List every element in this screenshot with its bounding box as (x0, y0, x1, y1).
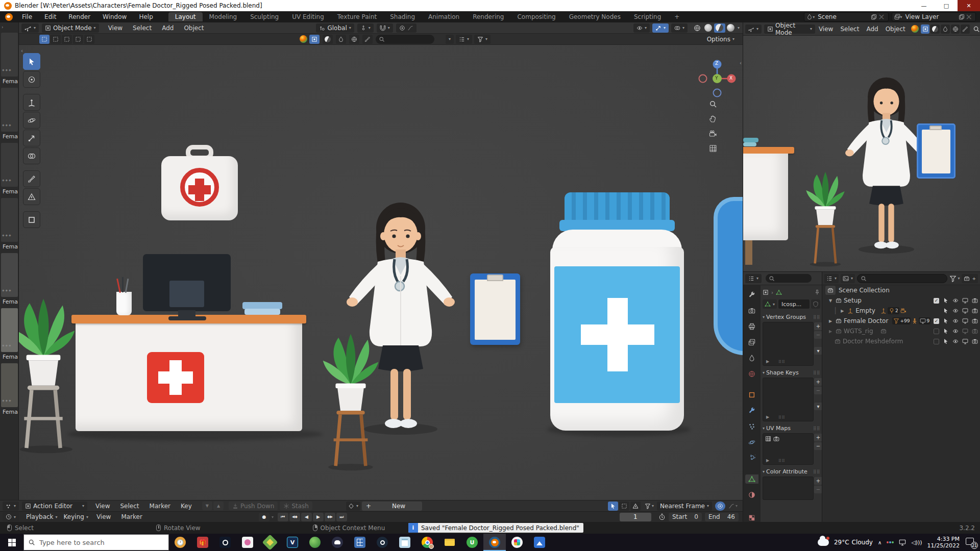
tab-uv-editing[interactable]: UV Editing (285, 12, 331, 21)
tab-object-data[interactable] (745, 474, 758, 484)
selectable-icon[interactable] (943, 338, 949, 344)
open-sidebar-arrow[interactable]: ‹ (740, 60, 742, 66)
dope-menu-select[interactable]: Select (115, 503, 144, 510)
shape-key-specials-button[interactable]: ▾ (814, 403, 822, 410)
viewport-menu-select[interactable]: Select (128, 24, 157, 32)
tool-select-box[interactable] (23, 53, 40, 70)
scene-unlink-icon[interactable]: ✕ (877, 12, 886, 22)
secondary-viewport[interactable]: ▾ Object Mode▾ View Select Add Object (743, 22, 980, 271)
select-mode-extend[interactable] (51, 35, 61, 44)
view-layer-remove-icon[interactable]: ✕ (965, 12, 973, 22)
datablock-type-dropdown[interactable]: ▾ (763, 299, 777, 309)
move-action-up-button[interactable]: ▲ (213, 502, 224, 510)
viewport-disable-icon[interactable] (962, 308, 968, 314)
selectable-icon[interactable] (943, 328, 949, 334)
blender-taskbar-icon[interactable] (483, 534, 506, 551)
expand-region-arrow[interactable]: › (0, 22, 18, 30)
asset-item[interactable]: Fema (1, 143, 18, 195)
tool-move[interactable] (23, 94, 40, 111)
play-button[interactable]: ▶ (313, 513, 324, 521)
tool-rotate[interactable] (23, 112, 40, 129)
viewport-menu-add[interactable]: Add (157, 24, 179, 32)
uv-maps-list[interactable]: + − ▶ ⠿⠿ (763, 433, 814, 465)
tab-tool[interactable] (745, 290, 758, 299)
layers-app-icon[interactable] (259, 534, 281, 551)
photos-app-icon[interactable] (528, 534, 551, 551)
hide-eye-icon[interactable] (952, 318, 959, 324)
mode-dropdown[interactable]: Object Mode▾ (42, 23, 99, 33)
viewport-menu-add[interactable]: Add (863, 26, 881, 33)
tab-scene[interactable] (745, 354, 758, 363)
asset-item[interactable]: Fema (1, 308, 18, 360)
collapsed-dropdown[interactable]: ▾ (446, 35, 454, 44)
asset-item[interactable]: Fema (1, 253, 18, 305)
auto-keying-record-button[interactable]: ● (259, 513, 270, 521)
viewport-menu-select[interactable]: Select (837, 26, 863, 33)
pivot-point-dropdown[interactable]: ▾ (357, 23, 374, 33)
selectable-icon[interactable] (943, 318, 949, 324)
exclude-checkbox[interactable] (934, 339, 939, 344)
outliner-row-wgts-rig[interactable]: ▶ WGTS_rig (822, 326, 980, 336)
notifications-icon[interactable]: 21 (965, 537, 977, 548)
current-frame-field[interactable]: 1 (620, 513, 651, 521)
new-collection-button[interactable]: + (962, 274, 978, 283)
start-button[interactable] (0, 534, 23, 551)
errors-toggle[interactable] (630, 502, 641, 511)
tab-physics[interactable] (745, 438, 758, 447)
weather-icon[interactable] (818, 539, 829, 546)
play-reverse-button[interactable]: ◀ (301, 513, 312, 521)
exclude-checkbox[interactable]: ✓ (934, 298, 939, 304)
shield-object[interactable] (714, 197, 743, 355)
viewport-menu-view[interactable]: View (103, 24, 128, 32)
tab-texture[interactable] (745, 513, 758, 522)
green-globe-app-icon[interactable] (304, 534, 326, 551)
timeline-menu-view[interactable]: View (91, 513, 116, 520)
viewport-menu-view[interactable]: View (815, 26, 837, 33)
new-view-layer-icon[interactable] (959, 14, 965, 20)
hide-eye-icon[interactable] (952, 297, 959, 304)
shading-rendered-button[interactable] (725, 23, 737, 33)
keying-dropdown[interactable]: Keying▾ (61, 512, 91, 521)
mini-mode-box[interactable] (309, 35, 320, 44)
books-object[interactable] (242, 302, 282, 309)
viewport-menu-object[interactable]: Object (882, 26, 909, 33)
render-disable-icon[interactable] (972, 297, 978, 304)
tool-scale[interactable] (23, 130, 40, 146)
selectable-icon[interactable] (943, 297, 949, 304)
clipboard-object[interactable] (917, 123, 955, 179)
uv-map-item[interactable] (763, 434, 813, 444)
hide-eye-icon[interactable] (952, 338, 959, 344)
shading-wireframe-button[interactable] (692, 23, 703, 33)
tab-modifiers[interactable] (745, 406, 758, 415)
steam-app-icon[interactable] (371, 534, 394, 551)
calculator-app-icon[interactable] (349, 534, 371, 551)
secondary-viewport-canvas[interactable] (743, 36, 980, 271)
display-tray-icon[interactable] (899, 539, 906, 546)
show-gizmos-toggle[interactable]: ▾ (652, 23, 669, 33)
tab-particles[interactable] (745, 422, 758, 431)
color-attributes-list[interactable]: + − (763, 477, 814, 500)
viewport-disable-icon[interactable] (962, 328, 968, 334)
outliner-filter-images-dropdown[interactable]: ▾ (841, 274, 855, 283)
asset-thumbnail[interactable] (1, 253, 18, 297)
file-explorer-icon[interactable] (438, 534, 461, 551)
select-mode-intersect[interactable] (84, 35, 94, 44)
viewport-canvas[interactable]: ‹ (19, 45, 743, 500)
desk-cross-sign[interactable] (147, 352, 204, 403)
desk-top[interactable] (743, 147, 794, 154)
select-mode-new[interactable] (39, 35, 50, 44)
render-disable-icon[interactable] (972, 318, 978, 324)
disclosure-triangle[interactable]: ▶ (827, 329, 834, 334)
show-overlays-toggle[interactable]: ▾ (671, 23, 688, 33)
material-ball-icon[interactable] (911, 25, 919, 33)
slack-app-icon[interactable] (506, 534, 528, 551)
tab-scripting[interactable]: Scripting (627, 12, 668, 21)
scene-name[interactable]: Scene (815, 13, 871, 20)
editor-type-button[interactable]: ▾ (3, 502, 19, 511)
mini-globe-icon[interactable] (951, 24, 960, 34)
3d-viewport[interactable]: ▾ Object Mode▾ View Select Add Object Gl… (19, 22, 743, 500)
disclosure-triangle[interactable]: ▶ (839, 309, 845, 313)
minimize-button[interactable]: — (913, 0, 935, 11)
desk-object[interactable] (743, 154, 788, 240)
transform-orientation-dropdown[interactable]: Global▾ (316, 23, 354, 33)
